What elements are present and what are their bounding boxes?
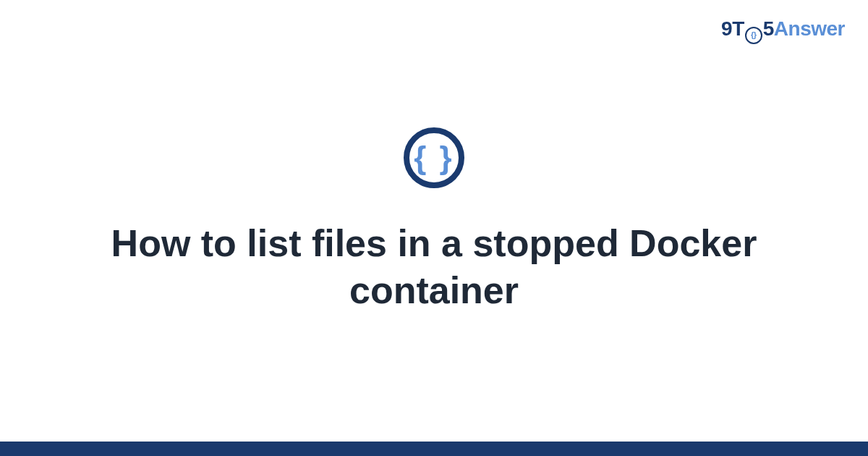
code-braces-icon: { } — [404, 127, 464, 188]
braces-glyph: { } — [414, 142, 454, 174]
main-content: { } How to list files in a stopped Docke… — [0, 0, 868, 442]
page-title: How to list files in a stopped Docker co… — [87, 220, 781, 314]
footer-bar — [0, 442, 868, 456]
